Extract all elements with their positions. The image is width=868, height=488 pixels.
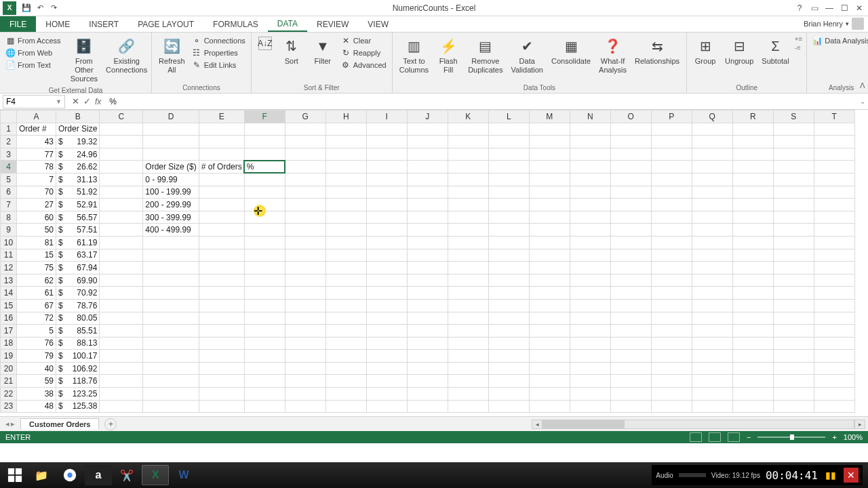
cell-O22[interactable]: [610, 388, 651, 401]
cell-B2[interactable]: $19.32: [56, 136, 100, 148]
edit-links-button[interactable]: ✎Edit Links: [191, 60, 247, 70]
cell-S20[interactable]: [773, 362, 814, 375]
cell-F6[interactable]: [244, 186, 285, 199]
cell-N6[interactable]: [570, 186, 610, 199]
cell-J22[interactable]: [407, 388, 448, 401]
cell-N18[interactable]: [570, 337, 610, 350]
cell-F3[interactable]: [244, 148, 285, 161]
cell-S3[interactable]: [773, 148, 814, 161]
row-header[interactable]: 1: [1, 123, 17, 136]
cell-B4[interactable]: $26.62: [56, 161, 100, 174]
cell-F22[interactable]: [244, 388, 285, 401]
cell-R1[interactable]: [732, 123, 773, 136]
tab-home[interactable]: HOME: [36, 16, 79, 32]
cell-M8[interactable]: [529, 211, 570, 224]
cell-N23[interactable]: [570, 400, 610, 413]
row-header[interactable]: 7: [1, 199, 17, 211]
cell-I19[interactable]: [366, 350, 407, 363]
cell-G2[interactable]: [285, 136, 326, 148]
name-box[interactable]: F4 ▼: [3, 95, 65, 108]
cell-Q13[interactable]: [692, 274, 732, 287]
cell-K8[interactable]: [448, 211, 488, 224]
row-header[interactable]: 3: [1, 148, 17, 161]
cell-A21[interactable]: 59: [17, 375, 56, 388]
cell-S14[interactable]: [773, 287, 814, 300]
cell-M5[interactable]: [529, 173, 570, 186]
cell-S1[interactable]: [773, 123, 814, 136]
cell-O16[interactable]: [610, 312, 651, 325]
cell-N13[interactable]: [570, 274, 610, 287]
sort-button[interactable]: ⇅Sort: [277, 35, 306, 67]
cell-O21[interactable]: [610, 375, 651, 388]
cell-T21[interactable]: [814, 375, 854, 388]
cell-Q19[interactable]: [692, 350, 732, 363]
cell-Q14[interactable]: [692, 287, 732, 300]
sheet-tab-active[interactable]: Customer Orders: [20, 418, 99, 430]
cell-D18[interactable]: [143, 337, 199, 350]
cell-Q16[interactable]: [692, 312, 732, 325]
cell-C3[interactable]: [100, 148, 143, 161]
cell-B1[interactable]: Order Size: [56, 123, 100, 136]
row-header[interactable]: 4: [1, 161, 17, 174]
cell-S16[interactable]: [773, 312, 814, 325]
cell-O23[interactable]: [610, 400, 651, 413]
view-normal-icon[interactable]: [690, 432, 702, 442]
cell-J19[interactable]: [407, 350, 448, 363]
expand-icon[interactable]: +≡: [795, 35, 803, 43]
cell-S8[interactable]: [773, 211, 814, 224]
cell-P19[interactable]: [651, 350, 692, 363]
cell-L21[interactable]: [488, 375, 529, 388]
cell-T19[interactable]: [814, 350, 854, 363]
column-header-T[interactable]: T: [814, 110, 854, 123]
cell-S10[interactable]: [773, 236, 814, 249]
cell-M3[interactable]: [529, 148, 570, 161]
cell-B19[interactable]: $100.17: [56, 350, 100, 363]
cell-O18[interactable]: [610, 337, 651, 350]
cell-T2[interactable]: [814, 136, 854, 148]
cell-O15[interactable]: [610, 299, 651, 312]
minimize-icon[interactable]: —: [823, 2, 835, 14]
cell-O6[interactable]: [610, 186, 651, 199]
cell-A5[interactable]: 7: [17, 173, 56, 186]
cell-H12[interactable]: [326, 262, 366, 274]
signed-in-user[interactable]: Brian Henry ▾: [804, 18, 864, 30]
row-header[interactable]: 13: [1, 274, 17, 287]
group-button[interactable]: ⊞Group: [691, 35, 719, 67]
cell-K5[interactable]: [448, 173, 488, 186]
cell-A9[interactable]: 50: [17, 224, 56, 237]
cell-S12[interactable]: [773, 262, 814, 274]
cell-C5[interactable]: [100, 173, 143, 186]
cell-N19[interactable]: [570, 350, 610, 363]
cell-F4[interactable]: %: [244, 161, 285, 174]
cell-H4[interactable]: [326, 161, 366, 174]
data-analysis-button[interactable]: 📊Data Analysis: [811, 35, 868, 46]
cell-I23[interactable]: [366, 400, 407, 413]
cell-S6[interactable]: [773, 186, 814, 199]
cell-G7[interactable]: [285, 199, 326, 211]
cell-K11[interactable]: [448, 249, 488, 262]
cell-M13[interactable]: [529, 274, 570, 287]
cell-B7[interactable]: $52.91: [56, 199, 100, 211]
cell-A8[interactable]: 60: [17, 211, 56, 224]
cell-J6[interactable]: [407, 186, 448, 199]
cell-P4[interactable]: [651, 161, 692, 174]
cell-M4[interactable]: [529, 161, 570, 174]
taskbar-explorer-icon[interactable]: 📁: [28, 465, 55, 485]
cell-I3[interactable]: [366, 148, 407, 161]
fx-icon[interactable]: fx: [95, 97, 105, 106]
cell-P13[interactable]: [651, 274, 692, 287]
existing-connections-button[interactable]: 🔗Existing Connections: [106, 35, 147, 76]
cell-B15[interactable]: $78.76: [56, 299, 100, 312]
taskbar-amazon-icon[interactable]: a: [85, 465, 112, 485]
row-header[interactable]: 6: [1, 186, 17, 199]
cell-N4[interactable]: [570, 161, 610, 174]
cell-O13[interactable]: [610, 274, 651, 287]
cell-C18[interactable]: [100, 337, 143, 350]
cell-H20[interactable]: [326, 362, 366, 375]
cell-K16[interactable]: [448, 312, 488, 325]
cell-K21[interactable]: [448, 375, 488, 388]
cell-F8[interactable]: [244, 211, 285, 224]
row-header[interactable]: 14: [1, 287, 17, 300]
cell-E12[interactable]: [199, 262, 244, 274]
cell-F18[interactable]: [244, 337, 285, 350]
